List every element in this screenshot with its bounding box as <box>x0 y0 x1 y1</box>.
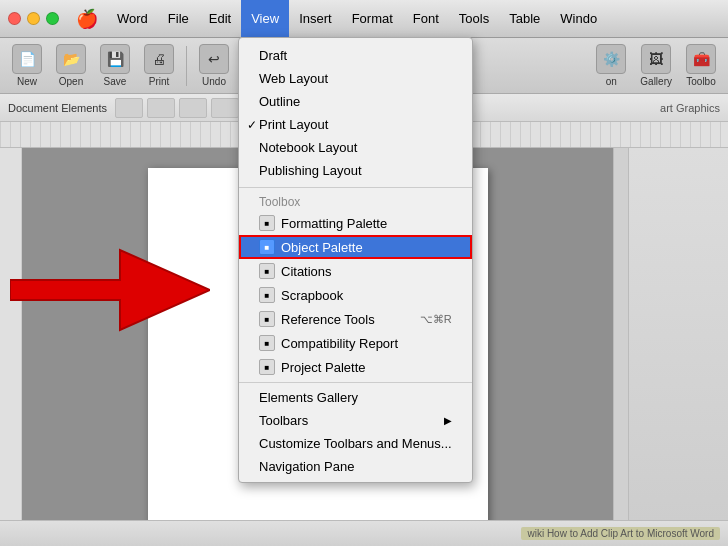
print-icon: 🖨 <box>144 44 174 74</box>
open-icon: 📂 <box>56 44 86 74</box>
menu-item-project-palette[interactable]: ■ Project Palette <box>239 355 472 379</box>
menu-format[interactable]: Format <box>342 0 403 37</box>
save-button[interactable]: 💾 Save <box>96 42 134 89</box>
menu-item-publishing-layout[interactable]: Publishing Layout <box>239 159 472 182</box>
gallery-item[interactable] <box>115 98 143 118</box>
menu-item-formatting-palette[interactable]: ■ Formatting Palette <box>239 211 472 235</box>
reference-tools-shortcut: ⌥⌘R <box>420 313 452 326</box>
doc-elements-label: Document Elements <box>8 102 107 114</box>
menu-item-customize[interactable]: Customize Toolbars and Menus... <box>239 432 472 455</box>
layout-section: Draft Web Layout Outline Print Layout No… <box>239 42 472 184</box>
menu-item-scrapbook[interactable]: ■ Scrapbook <box>239 283 472 307</box>
maximize-button[interactable] <box>46 12 59 25</box>
menu-view[interactable]: View <box>241 0 289 37</box>
compatibility-report-icon: ■ <box>259 335 275 351</box>
menu-word[interactable]: Word <box>107 0 158 37</box>
art-graphics-label: art Graphics <box>660 102 720 114</box>
menu-item-navigation-pane[interactable]: Navigation Pane <box>239 455 472 478</box>
gallery-button[interactable]: 🖼 Gallery <box>636 42 676 89</box>
new-button[interactable]: 📄 New <box>8 42 46 89</box>
on-button[interactable]: ⚙️ on <box>592 42 630 89</box>
toolbar-separator <box>186 46 187 86</box>
formatting-palette-icon: ■ <box>259 215 275 231</box>
toolbox-button[interactable]: 🧰 Toolbo <box>682 42 720 89</box>
view-dropdown-menu: Draft Web Layout Outline Print Layout No… <box>238 37 473 483</box>
menu-table[interactable]: Table <box>499 0 550 37</box>
menu-tools[interactable]: Tools <box>449 0 499 37</box>
undo-button[interactable]: ↩ Undo <box>195 42 233 89</box>
menu-item-citations[interactable]: ■ Citations <box>239 259 472 283</box>
menu-item-web-layout[interactable]: Web Layout <box>239 67 472 90</box>
gallery-icon: 🖼 <box>641 44 671 74</box>
wiki-watermark: wiki How to Add Clip Art to Microsoft Wo… <box>521 527 720 540</box>
title-bar: 🍎 Word File Edit View Insert Format Font… <box>0 0 728 38</box>
menu-divider-2 <box>239 382 472 383</box>
menu-item-outline[interactable]: Outline <box>239 90 472 113</box>
menu-font[interactable]: Font <box>403 0 449 37</box>
close-button[interactable] <box>8 12 21 25</box>
vertical-scrollbar[interactable] <box>613 148 628 546</box>
minimize-button[interactable] <box>27 12 40 25</box>
menu-divider-1 <box>239 187 472 188</box>
object-palette-icon: ■ <box>259 239 275 255</box>
toolbars-submenu-arrow: ▶ <box>444 415 452 426</box>
undo-icon: ↩ <box>199 44 229 74</box>
right-panel <box>628 148 728 546</box>
menu-file[interactable]: File <box>158 0 199 37</box>
gallery-item[interactable] <box>211 98 239 118</box>
gallery-item[interactable] <box>179 98 207 118</box>
menu-edit[interactable]: Edit <box>199 0 241 37</box>
window-controls <box>0 12 67 25</box>
apple-icon: 🍎 <box>76 8 98 30</box>
menu-window[interactable]: Windo <box>550 0 607 37</box>
menu-item-toolbars[interactable]: Toolbars ▶ <box>239 409 472 432</box>
open-button[interactable]: 📂 Open <box>52 42 90 89</box>
apple-menu[interactable]: 🍎 <box>67 8 107 30</box>
save-icon: 💾 <box>100 44 130 74</box>
menu-item-compatibility-report[interactable]: ■ Compatibility Report <box>239 331 472 355</box>
scrapbook-icon: ■ <box>259 287 275 303</box>
menu-item-notebook-layout[interactable]: Notebook Layout <box>239 136 472 159</box>
citations-icon: ■ <box>259 263 275 279</box>
on-icon: ⚙️ <box>596 44 626 74</box>
vertical-ruler <box>0 148 22 546</box>
menu-item-draft[interactable]: Draft <box>239 44 472 67</box>
toolbox-icon: 🧰 <box>686 44 716 74</box>
menu-item-elements-gallery[interactable]: Elements Gallery <box>239 386 472 409</box>
menu-item-object-palette[interactable]: ■ Object Palette <box>239 235 472 259</box>
menu-bar: Word File Edit View Insert Format Font T… <box>107 0 728 37</box>
print-button[interactable]: 🖨 Print <box>140 42 178 89</box>
menu-item-reference-tools[interactable]: ■ Reference Tools ⌥⌘R <box>239 307 472 331</box>
project-palette-icon: ■ <box>259 359 275 375</box>
menu-item-print-layout[interactable]: Print Layout <box>239 113 472 136</box>
toolbox-section-label: Toolbox <box>239 191 472 211</box>
menu-insert[interactable]: Insert <box>289 0 342 37</box>
reference-tools-icon: ■ <box>259 311 275 327</box>
bottom-bar: wiki How to Add Clip Art to Microsoft Wo… <box>0 520 728 546</box>
new-icon: 📄 <box>12 44 42 74</box>
gallery-item[interactable] <box>147 98 175 118</box>
